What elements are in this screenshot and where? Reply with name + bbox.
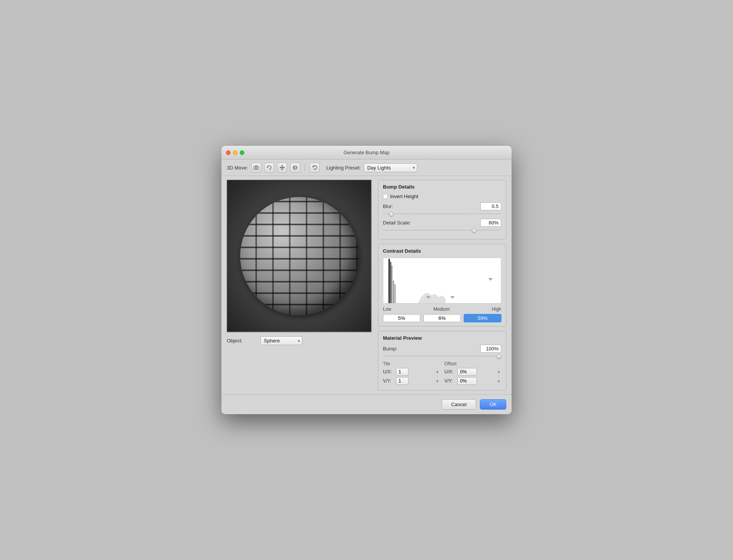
blur-value[interactable]: 0.5 (480, 202, 501, 210)
blur-slider-track[interactable] (383, 213, 501, 215)
offset-block: Offset U/X: 0% 25% 50% (444, 361, 501, 386)
svg-point-1 (255, 167, 257, 169)
undo-button[interactable] (310, 163, 320, 173)
histogram-box (383, 258, 501, 303)
lighting-preset-label: Lighting Preset: (326, 165, 361, 171)
svg-rect-7 (393, 281, 394, 303)
orbit-tool-button[interactable] (290, 163, 300, 173)
offset-ux-select-wrap[interactable]: 0% 25% 50% (457, 368, 501, 376)
object-select[interactable]: Sphere Cube Plane (260, 336, 302, 345)
blur-label: Blur: (383, 203, 413, 209)
offset-vy-select-wrap[interactable]: 0% 25% 50% (457, 377, 501, 385)
3d-move-label: 3D Move: (227, 165, 248, 171)
bump-details-title: Bump Details (383, 184, 501, 190)
dialog-window: Generate Bump Map 3D Move: (221, 146, 512, 414)
right-panel: Bump Details Invert Height Blur: 0.5 Det… (372, 180, 506, 391)
lighting-preset-select[interactable]: Day Lights Night Lights Custom (364, 163, 417, 172)
medium-label: Medium (433, 307, 450, 312)
high-label: High (492, 307, 501, 312)
sphere-preview (240, 197, 358, 315)
object-label: Object: (227, 338, 257, 344)
object-row: Object: Sphere Cube Plane (227, 336, 372, 345)
rotate-tool-button[interactable] (264, 163, 274, 173)
toolbar-separator (305, 164, 305, 171)
close-button[interactable] (226, 150, 231, 155)
offset-ux-row: U/X: 0% 25% 50% (444, 368, 501, 376)
offset-label: Offset (444, 361, 501, 366)
invert-height-row: Invert Height (383, 194, 501, 199)
lighting-preset-select-wrapper[interactable]: Day Lights Night Lights Custom (364, 163, 417, 172)
high-field (464, 314, 501, 322)
bump-slider-thumb[interactable] (497, 354, 501, 359)
toolbar: 3D Move: (221, 160, 512, 176)
contrast-details-title: Contrast Details (383, 248, 501, 254)
minimize-button[interactable] (233, 150, 237, 155)
detail-scale-row: Detail Scale: 80% (383, 219, 501, 227)
tile-block: Tile U/X: 1 2 4 (383, 361, 440, 386)
invert-height-label: Invert Height (390, 194, 418, 199)
material-preview-title: Material Preview (383, 335, 501, 341)
high-input[interactable] (464, 314, 501, 322)
move-tool-button[interactable] (277, 163, 287, 173)
tile-label: Tile (383, 361, 440, 366)
contrast-inputs (383, 314, 501, 322)
medium-field (423, 314, 461, 322)
contrast-details-section: Contrast Details (378, 244, 506, 326)
title-bar: Generate Bump Map (221, 146, 512, 160)
svg-rect-8 (394, 284, 396, 303)
svg-rect-6 (392, 266, 392, 303)
detail-scale-value[interactable]: 80% (480, 219, 501, 227)
sphere-object (240, 197, 358, 315)
blur-row: Blur: 0.5 (383, 202, 501, 210)
svg-point-2 (293, 166, 297, 169)
offset-ux-select[interactable]: 0% 25% 50% (457, 368, 477, 376)
ok-button[interactable]: OK (480, 399, 506, 410)
maximize-button[interactable] (240, 150, 244, 155)
window-title: Generate Bump Map (344, 150, 390, 155)
svg-rect-5 (390, 262, 391, 303)
tile-ux-select[interactable]: 1 2 4 (396, 368, 408, 376)
object-select-wrapper[interactable]: Sphere Cube Plane (260, 336, 302, 345)
sphere-texture (240, 197, 358, 315)
tile-vy-select[interactable]: 1 2 4 (396, 377, 408, 385)
tile-vy-row: V/Y: 1 2 4 (383, 377, 440, 385)
cancel-button[interactable]: Cancel (442, 399, 476, 410)
camera-tool-button[interactable] (251, 163, 261, 173)
histogram-svg (383, 258, 501, 303)
bump-label: Bump: (383, 346, 413, 352)
histogram-labels: Low Medium High (383, 307, 501, 312)
preview-panel: Object: Sphere Cube Plane (227, 180, 372, 391)
invert-height-checkbox[interactable] (383, 194, 388, 199)
tile-ux-select-wrap[interactable]: 1 2 4 (396, 368, 440, 376)
bump-value[interactable]: 100% (480, 345, 501, 353)
offset-vy-select[interactable]: 0% 25% 50% (457, 377, 477, 385)
tile-ux-row: U/X: 1 2 4 (383, 368, 440, 376)
main-content: Object: Sphere Cube Plane Bump Details I… (221, 176, 512, 394)
low-field (383, 314, 420, 322)
detail-scale-label: Detail Scale: (383, 220, 413, 226)
offset-ux-key: U/X: (444, 369, 455, 374)
bump-slider-track[interactable] (383, 356, 501, 357)
bump-row: Bump: 100% (383, 345, 501, 353)
low-label: Low (383, 307, 391, 312)
tile-offset-grid: Tile U/X: 1 2 4 (383, 361, 501, 386)
low-input[interactable] (383, 314, 420, 322)
svg-rect-4 (389, 259, 390, 303)
bump-details-section: Bump Details Invert Height Blur: 0.5 Det… (378, 180, 506, 239)
traffic-lights (226, 150, 244, 155)
blur-slider-thumb[interactable] (389, 212, 394, 216)
material-preview-section: Material Preview Bump: 100% Tile U/X: (378, 331, 506, 391)
tile-vy-key: V/Y: (383, 378, 394, 384)
offset-vy-key: V/Y: (444, 378, 455, 384)
medium-input[interactable] (423, 314, 461, 322)
bottom-bar: Cancel OK (221, 394, 512, 414)
tile-ux-key: U/X: (383, 369, 394, 374)
detail-scale-slider-track[interactable] (383, 230, 501, 231)
offset-vy-row: V/Y: 0% 25% 50% (444, 377, 501, 385)
tile-vy-select-wrap[interactable]: 1 2 4 (396, 377, 440, 385)
detail-scale-slider-thumb[interactable] (472, 228, 476, 233)
preview-canvas (227, 180, 372, 332)
